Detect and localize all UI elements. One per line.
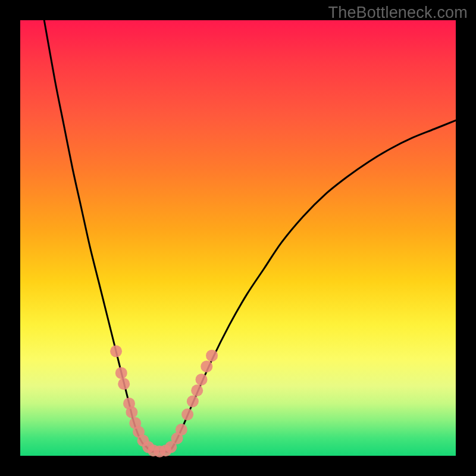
data-dot — [110, 345, 122, 357]
chart-frame: TheBottleneck.com — [0, 0, 476, 476]
bottleneck-curve — [44, 20, 456, 452]
data-dot — [196, 374, 208, 386]
data-dot — [191, 384, 203, 396]
data-dot — [201, 361, 212, 372]
data-dot — [206, 350, 218, 362]
data-dot — [118, 378, 130, 390]
chart-overlay — [0, 0, 476, 476]
data-dot — [176, 424, 187, 436]
data-dot — [115, 367, 127, 379]
data-dot — [187, 396, 199, 408]
data-dot — [181, 408, 193, 420]
data-dot — [126, 406, 137, 418]
